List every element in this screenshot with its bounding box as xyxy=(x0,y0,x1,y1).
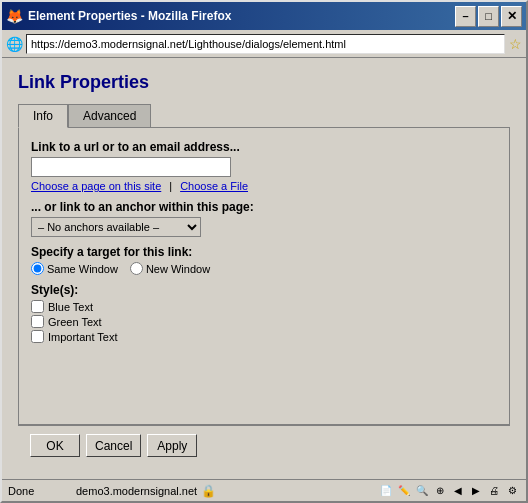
status-icon-7[interactable]: 🖨 xyxy=(486,483,502,499)
status-icons: 📄 ✏️ 🔍 ⊕ ◀ ▶ 🖨 ⚙ xyxy=(378,483,520,499)
separator: | xyxy=(169,180,172,192)
content-area: Link Properties Info Advanced Link to a … xyxy=(2,58,526,479)
choose-file-link[interactable]: Choose a File xyxy=(180,180,248,192)
target-section: Specify a target for this link: Same Win… xyxy=(31,245,497,275)
window: 🦊 Element Properties - Mozilla Firefox –… xyxy=(0,0,528,503)
title-bar: 🦊 Element Properties - Mozilla Firefox –… xyxy=(2,2,526,30)
green-text-label: Green Text xyxy=(48,316,102,328)
tab-panel: Link to a url or to an email address... … xyxy=(18,127,510,425)
anchor-section: ... or link to an anchor within this pag… xyxy=(31,200,497,237)
radio-group: Same Window New Window xyxy=(31,262,497,275)
cancel-button[interactable]: Cancel xyxy=(86,434,141,457)
page-icon: 🌐 xyxy=(6,36,22,52)
status-done: Done xyxy=(8,485,68,497)
important-text-checkbox[interactable] xyxy=(31,330,44,343)
status-icon-2[interactable]: ✏️ xyxy=(396,483,412,499)
blue-text-checkbox[interactable] xyxy=(31,300,44,313)
new-window-radio[interactable] xyxy=(130,262,143,275)
choose-page-link[interactable]: Choose a page on this site xyxy=(31,180,161,192)
address-bar: 🌐 ☆ xyxy=(2,30,526,58)
blue-text-option[interactable]: Blue Text xyxy=(31,300,497,313)
firefox-icon: 🦊 xyxy=(6,8,22,24)
tab-info[interactable]: Info xyxy=(18,104,68,128)
close-button[interactable]: ✕ xyxy=(501,6,522,27)
status-url: demo3.modernsignal.net 🔒 xyxy=(76,484,370,498)
url-input[interactable] xyxy=(31,157,231,177)
styles-label: Style(s): xyxy=(31,283,497,297)
title-bar-buttons: – □ ✕ xyxy=(455,6,522,27)
important-text-label: Important Text xyxy=(48,331,118,343)
url-section: Link to a url or to an email address... … xyxy=(31,140,497,192)
status-bar: Done demo3.modernsignal.net 🔒 📄 ✏️ 🔍 ⊕ ◀… xyxy=(2,479,526,501)
new-window-option[interactable]: New Window xyxy=(130,262,210,275)
page-title: Link Properties xyxy=(18,72,510,93)
important-text-option[interactable]: Important Text xyxy=(31,330,497,343)
status-icon-3[interactable]: 🔍 xyxy=(414,483,430,499)
maximize-button[interactable]: □ xyxy=(478,6,499,27)
apply-button[interactable]: Apply xyxy=(147,434,197,457)
minimize-button[interactable]: – xyxy=(455,6,476,27)
window-title: Element Properties - Mozilla Firefox xyxy=(28,9,455,23)
styles-section: Style(s): Blue Text Green Text Important… xyxy=(31,283,497,343)
anchor-label: ... or link to an anchor within this pag… xyxy=(31,200,497,214)
green-text-checkbox[interactable] xyxy=(31,315,44,328)
new-window-label: New Window xyxy=(146,263,210,275)
lock-icon: 🔒 xyxy=(201,484,216,498)
ok-button[interactable]: OK xyxy=(30,434,80,457)
link-row: Choose a page on this site | Choose a Fi… xyxy=(31,180,497,192)
status-url-text: demo3.modernsignal.net xyxy=(76,485,197,497)
same-window-radio[interactable] xyxy=(31,262,44,275)
status-icon-8[interactable]: ⚙ xyxy=(504,483,520,499)
url-label: Link to a url or to an email address... xyxy=(31,140,497,154)
button-bar: OK Cancel Apply xyxy=(18,425,510,465)
blue-text-label: Blue Text xyxy=(48,301,93,313)
status-icon-1[interactable]: 📄 xyxy=(378,483,394,499)
same-window-label: Same Window xyxy=(47,263,118,275)
anchor-select[interactable]: – No anchors available – xyxy=(31,217,201,237)
status-icon-4[interactable]: ⊕ xyxy=(432,483,448,499)
status-icon-5[interactable]: ◀ xyxy=(450,483,466,499)
same-window-option[interactable]: Same Window xyxy=(31,262,118,275)
target-label: Specify a target for this link: xyxy=(31,245,497,259)
bookmark-icon[interactable]: ☆ xyxy=(509,36,522,52)
tab-advanced[interactable]: Advanced xyxy=(68,104,151,128)
address-input[interactable] xyxy=(26,34,505,54)
status-icon-6[interactable]: ▶ xyxy=(468,483,484,499)
tab-bar: Info Advanced xyxy=(18,103,510,127)
green-text-option[interactable]: Green Text xyxy=(31,315,497,328)
